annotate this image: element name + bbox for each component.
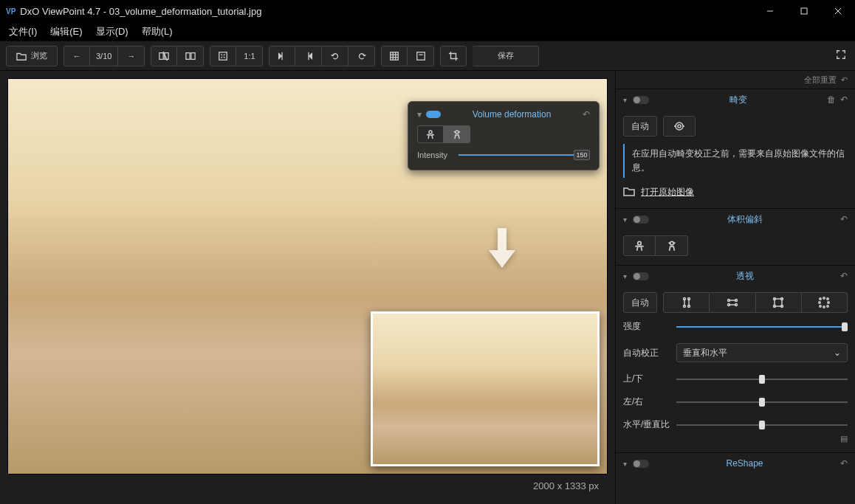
auto-correction-label: 自动校正 <box>623 347 676 359</box>
rotate-ccw-button[interactable] <box>322 46 348 66</box>
undo-icon[interactable]: ↶ <box>840 94 848 105</box>
flip-h-button[interactable] <box>269 46 295 66</box>
perspective-tool-rectangle[interactable] <box>756 292 802 313</box>
svg-point-43 <box>828 302 829 303</box>
compare-side-button[interactable] <box>151 46 177 66</box>
prev-image-button[interactable]: ← <box>63 46 90 66</box>
svg-rect-8 <box>191 52 195 59</box>
volume-mode-horizontal[interactable] <box>623 235 656 256</box>
section-title: 透视 <box>655 270 834 283</box>
window-title: DxO ViewPoint 4.7 - 03_volume_deformatio… <box>20 6 753 17</box>
image-viewport[interactable]: ▾ Volume deformation ↶ Intensity 150 <box>7 78 608 474</box>
intensity-label: Intensity <box>417 151 453 159</box>
nav-position: 3/10 <box>90 46 118 66</box>
distortion-auto-button[interactable]: 自动 <box>623 116 657 137</box>
chevron-down-icon[interactable]: ▾ <box>417 109 422 120</box>
perspective-tool-horizontal[interactable] <box>710 292 755 313</box>
intensity-slider[interactable]: 150 <box>459 154 590 156</box>
perspective-auto-button[interactable]: 自动 <box>623 292 657 313</box>
arrow-down-icon <box>486 227 518 273</box>
zoom-1to1-button[interactable]: 1:1 <box>236 46 263 66</box>
info-overlay-button[interactable] <box>408 46 434 66</box>
distortion-manual-button[interactable] <box>663 116 696 137</box>
reset-all-link[interactable]: 全部重置 <box>804 75 837 86</box>
rotate-cw-button[interactable] <box>348 46 375 66</box>
left-right-slider[interactable] <box>676 401 848 403</box>
flip-v-button[interactable] <box>295 46 322 66</box>
undo-icon[interactable]: ↶ <box>840 271 848 281</box>
more-icon[interactable]: ▤ <box>623 434 848 443</box>
menu-file[interactable]: 文件(I) <box>9 25 37 38</box>
undo-icon[interactable]: ↶ <box>840 458 848 469</box>
section-title: 畸变 <box>655 94 821 106</box>
delete-icon[interactable]: 🗑 <box>827 94 836 105</box>
crop-button[interactable] <box>440 46 467 66</box>
image-dimensions: 2000 x 1333 px <box>533 480 599 491</box>
chevron-down-icon: ▾ <box>623 215 627 224</box>
save-button[interactable]: 保存 <box>473 46 539 66</box>
right-panel: 全部重置 ↶ ▾ 畸变 🗑↶ 自动 在应用自动畸变校正之前，需要来自原始图像文件… <box>615 71 855 504</box>
volume-mode-horizontal[interactable] <box>417 125 444 143</box>
section-header-perspective[interactable]: ▾ 透视 ↶ <box>616 266 855 286</box>
compare-split-button[interactable] <box>177 46 204 66</box>
distortion-info-text: 在应用自动畸变校正之前，需要来自原始图像文件的信息。 <box>623 144 848 178</box>
chevron-down-icon: ▾ <box>623 96 627 104</box>
next-image-button[interactable]: → <box>118 46 145 66</box>
menu-help[interactable]: 帮助(L) <box>142 25 173 38</box>
perspective-toggle[interactable] <box>633 272 649 280</box>
svg-point-41 <box>823 297 825 299</box>
toolbar: 浏览 ← 3/10 → 1:1 保存 <box>0 41 855 71</box>
hv-ratio-slider[interactable] <box>676 424 848 426</box>
svg-point-45 <box>823 306 825 308</box>
intensity-label: 强度 <box>623 320 676 333</box>
open-original-link[interactable]: 打开原始图像 <box>641 186 694 199</box>
menu-display[interactable]: 显示(D) <box>96 25 128 38</box>
section-header-distortion[interactable]: ▾ 畸变 🗑↶ <box>616 89 855 110</box>
perspective-tool-8point[interactable] <box>802 292 848 313</box>
reshape-toggle[interactable] <box>633 460 649 468</box>
svg-point-42 <box>827 298 828 300</box>
title-bar: VP DxO ViewPoint 4.7 - 03_volume_deforma… <box>0 0 855 22</box>
svg-point-19 <box>678 125 681 128</box>
svg-point-44 <box>827 305 828 307</box>
maximize-button[interactable] <box>787 0 821 22</box>
folder-icon <box>623 185 635 199</box>
chevron-down-icon: ▾ <box>623 460 627 468</box>
auto-correction-select[interactable]: 垂直和水平 ⌄ <box>676 343 848 362</box>
undo-icon[interactable]: ↶ <box>840 214 848 224</box>
undo-icon[interactable]: ↶ <box>583 109 590 120</box>
browse-label: 浏览 <box>31 50 47 61</box>
volume-toggle[interactable] <box>633 215 649 224</box>
close-button[interactable] <box>821 0 855 22</box>
section-header-volume[interactable]: ▾ 体积偏斜 ↶ <box>616 209 855 229</box>
fit-button[interactable] <box>210 46 236 66</box>
minimize-button[interactable] <box>753 0 787 22</box>
left-right-label: 左/右 <box>623 396 676 408</box>
browse-button[interactable]: 浏览 <box>6 46 58 66</box>
section-title: 体积偏斜 <box>655 213 834 226</box>
perspective-intensity-slider[interactable] <box>676 326 848 328</box>
menu-bar: 文件(I) 编辑(E) 显示(D) 帮助(L) <box>0 22 855 41</box>
grid-button[interactable] <box>381 46 408 66</box>
perspective-tool-vertical[interactable] <box>663 292 710 313</box>
result-preview-thumbnail <box>371 311 600 466</box>
hv-ratio-label: 水平/垂直比 <box>623 418 676 431</box>
section-header-reshape[interactable]: ▾ ReShape ↶ <box>616 453 855 474</box>
select-value: 垂直和水平 <box>683 347 727 359</box>
app-logo: VP <box>6 7 16 15</box>
menu-edit[interactable]: 编辑(E) <box>50 25 82 38</box>
distortion-toggle[interactable] <box>633 96 649 104</box>
volume-mode-diagonal[interactable] <box>444 125 470 143</box>
up-down-slider[interactable] <box>676 379 848 380</box>
chevron-down-icon: ▾ <box>623 272 627 280</box>
intensity-value[interactable]: 150 <box>574 150 590 160</box>
overlay-toggle[interactable] <box>426 111 441 118</box>
volume-mode-diagonal[interactable] <box>656 235 688 256</box>
volume-deformation-overlay: ▾ Volume deformation ↶ Intensity 150 <box>408 101 600 170</box>
svg-point-20 <box>676 122 683 130</box>
svg-rect-4 <box>159 52 163 59</box>
svg-point-47 <box>819 302 820 303</box>
fullscreen-button[interactable] <box>833 46 849 65</box>
undo-icon[interactable]: ↶ <box>841 75 848 85</box>
svg-point-22 <box>670 242 673 246</box>
